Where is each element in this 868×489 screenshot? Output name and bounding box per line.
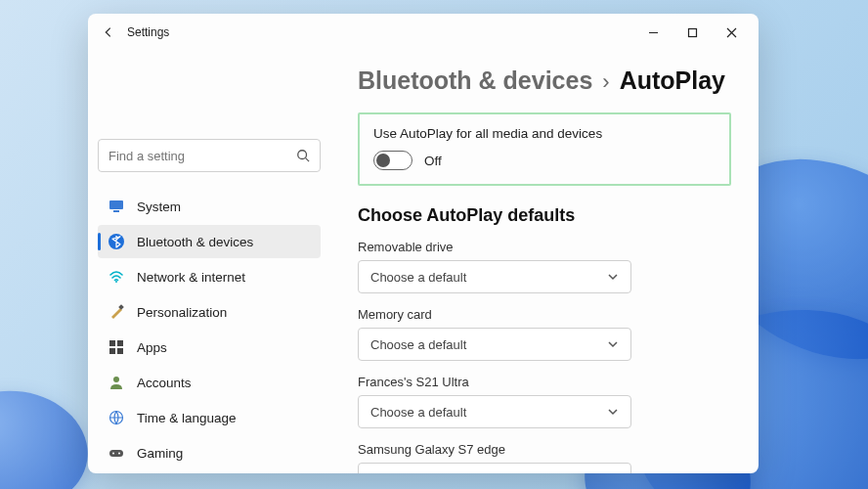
sidebar-item-bluetooth-devices[interactable]: Bluetooth & devices [98,225,321,258]
svg-rect-9 [109,348,115,354]
svg-point-5 [115,281,117,283]
sidebar-item-label: Bluetooth & devices [137,235,253,249]
autoplay-default-group: Memory cardChoose a default [358,307,731,361]
minimize-button[interactable] [633,18,673,47]
defaults-section-title: Choose AutoPlay defaults [358,205,731,226]
autoplay-default-select[interactable]: Choose a default [358,463,631,473]
select-value: Choose a default [370,405,607,420]
sidebar-item-network-internet[interactable]: Network & internet [98,260,321,293]
autoplay-default-select[interactable]: Choose a default [358,260,631,293]
select-value: Choose a default [370,270,607,285]
autoplay-toggle-label: Use AutoPlay for all media and devices [373,126,716,141]
sidebar-item-gaming[interactable]: Gaming [98,436,321,469]
sidebar-item-label: System [137,200,181,214]
settings-window: Settings SystemBluetooth & devicesNetwor… [88,14,759,473]
breadcrumb: Bluetooth & devices › AutoPlay [358,67,731,95]
svg-point-15 [118,453,120,455]
sidebar-item-apps[interactable]: Apps [98,331,321,364]
close-button[interactable] [712,18,751,47]
page-title: AutoPlay [620,67,725,95]
main-content[interactable]: Bluetooth & devices › AutoPlay Use AutoP… [330,51,759,473]
chevron-down-icon [607,406,619,418]
sidebar-item-time-language[interactable]: Time & language [98,401,321,434]
svg-rect-8 [117,340,123,346]
sidebar-item-label: Gaming [137,446,183,461]
svg-rect-7 [109,340,115,346]
chevron-down-icon [607,271,619,283]
svg-rect-13 [109,450,123,457]
select-value: Choose a default [370,472,607,474]
autoplay-default-label: Removable drive [358,240,731,254]
brush-icon [108,303,125,321]
svg-point-11 [113,377,119,382]
autoplay-toggle-section: Use AutoPlay for all media and devices O… [358,112,731,186]
breadcrumb-parent[interactable]: Bluetooth & devices [358,67,592,95]
wifi-icon [108,268,125,286]
svg-point-14 [112,453,114,455]
autoplay-default-label: Memory card [358,307,731,322]
autoplay-default-group: Samsung Galaxy S7 edgeChoose a default [358,442,731,473]
window-title: Settings [127,25,169,39]
globe-icon [108,409,125,426]
svg-rect-6 [118,304,124,310]
chevron-down-icon [607,338,619,350]
person-icon [108,374,125,391]
autoplay-default-group: Removable driveChoose a default [358,240,731,293]
autoplay-default-label: Frances's S21 Ultra [358,375,731,389]
gaming-icon [108,444,125,462]
chevron-right-icon: › [602,69,609,95]
sidebar-item-label: Accounts [137,376,192,390]
maximize-icon [687,27,698,38]
svg-point-1 [298,151,307,159]
svg-rect-2 [109,200,123,209]
sidebar-item-accounts[interactable]: Accounts [98,366,321,399]
toggle-knob [376,154,390,167]
sidebar-item-personalization[interactable]: Personalization [98,295,321,329]
back-button[interactable] [96,20,121,45]
autoplay-default-group: Frances's S21 UltraChoose a default [358,375,731,428]
select-value: Choose a default [370,337,607,352]
svg-rect-0 [688,28,696,36]
apps-icon [108,338,125,356]
autoplay-default-select[interactable]: Choose a default [358,328,631,361]
sidebar-item-label: Apps [137,340,167,355]
wallpaper-petal [0,381,96,489]
nav-list: SystemBluetooth & devicesNetwork & inter… [98,190,321,469]
sidebar-item-system[interactable]: System [98,190,321,223]
autoplay-default-label: Samsung Galaxy S7 edge [358,442,731,457]
autoplay-toggle-state: Off [424,154,442,168]
search-box[interactable] [98,139,321,172]
monitor-icon [108,198,125,215]
close-icon [726,27,737,38]
search-input[interactable] [108,149,296,163]
sidebar: SystemBluetooth & devicesNetwork & inter… [88,51,330,473]
bluetooth-icon [108,233,125,250]
defaults-list: Removable driveChoose a defaultMemory ca… [358,240,731,473]
minimize-icon [648,27,659,38]
svg-rect-10 [117,348,123,354]
autoplay-default-select[interactable]: Choose a default [358,395,631,428]
maximize-button[interactable] [673,18,712,47]
search-icon [296,149,310,162]
sidebar-item-label: Personalization [137,305,227,320]
svg-rect-3 [113,210,119,212]
window-controls [633,18,751,47]
titlebar: Settings [88,14,759,51]
sidebar-item-label: Time & language [137,411,237,425]
sidebar-item-label: Network & internet [137,270,245,285]
arrow-left-icon [102,25,115,39]
autoplay-toggle[interactable] [373,151,412,170]
